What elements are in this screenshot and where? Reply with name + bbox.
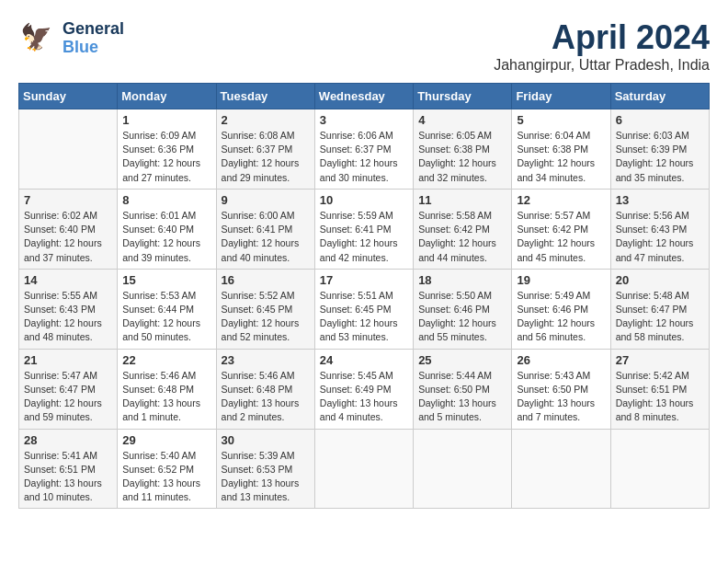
weekday-header-sunday: Sunday [19, 84, 118, 109]
day-number: 12 [517, 193, 605, 207]
calendar-week-4: 21Sunrise: 5:47 AM Sunset: 6:47 PM Dayli… [19, 349, 710, 429]
month-title: April 2024 [494, 18, 710, 57]
day-number: 27 [616, 353, 704, 367]
day-info: Sunrise: 5:40 AM Sunset: 6:52 PM Dayligh… [122, 449, 210, 505]
calendar-cell: 6Sunrise: 6:03 AM Sunset: 6:39 PM Daylig… [610, 109, 709, 190]
day-info: Sunrise: 5:47 AM Sunset: 6:47 PM Dayligh… [24, 369, 112, 425]
day-number: 9 [222, 193, 310, 207]
calendar-cell: 13Sunrise: 5:56 AM Sunset: 6:43 PM Dayli… [610, 189, 709, 269]
calendar-body: 1Sunrise: 6:09 AM Sunset: 6:36 PM Daylig… [19, 109, 710, 509]
day-info: Sunrise: 5:46 AM Sunset: 6:48 PM Dayligh… [122, 369, 210, 425]
calendar-cell: 16Sunrise: 5:52 AM Sunset: 6:45 PM Dayli… [216, 269, 314, 349]
calendar-week-5: 28Sunrise: 5:41 AM Sunset: 6:51 PM Dayli… [19, 429, 710, 509]
calendar-week-1: 1Sunrise: 6:09 AM Sunset: 6:36 PM Daylig… [19, 109, 710, 190]
logo: 🦅 General Blue [18, 18, 124, 59]
calendar-cell: 3Sunrise: 6:06 AM Sunset: 6:37 PM Daylig… [314, 109, 413, 190]
day-number: 23 [222, 353, 310, 367]
logo-general: General [63, 20, 124, 39]
day-info: Sunrise: 5:51 AM Sunset: 6:45 PM Dayligh… [320, 289, 408, 345]
weekday-header-saturday: Saturday [610, 84, 709, 109]
day-info: Sunrise: 5:53 AM Sunset: 6:44 PM Dayligh… [122, 289, 210, 345]
day-info: Sunrise: 5:43 AM Sunset: 6:50 PM Dayligh… [517, 369, 605, 425]
weekday-header-tuesday: Tuesday [216, 84, 314, 109]
day-info: Sunrise: 5:44 AM Sunset: 6:50 PM Dayligh… [418, 369, 506, 425]
calendar-week-3: 14Sunrise: 5:55 AM Sunset: 6:43 PM Dayli… [19, 269, 710, 349]
calendar-cell: 5Sunrise: 6:04 AM Sunset: 6:38 PM Daylig… [512, 109, 610, 190]
day-number: 11 [418, 193, 506, 207]
day-number: 24 [320, 353, 408, 367]
calendar-cell: 17Sunrise: 5:51 AM Sunset: 6:45 PM Dayli… [314, 269, 413, 349]
day-info: Sunrise: 5:49 AM Sunset: 6:46 PM Dayligh… [517, 289, 605, 345]
day-number: 10 [320, 193, 408, 207]
day-number: 1 [122, 113, 210, 127]
day-info: Sunrise: 6:00 AM Sunset: 6:41 PM Dayligh… [222, 209, 310, 265]
calendar-cell [414, 429, 512, 509]
logo-blue: Blue [63, 39, 124, 57]
calendar-cell: 2Sunrise: 6:08 AM Sunset: 6:37 PM Daylig… [216, 109, 314, 190]
day-number: 8 [122, 193, 210, 207]
calendar-cell: 24Sunrise: 5:45 AM Sunset: 6:49 PM Dayli… [314, 349, 413, 429]
calendar-cell: 23Sunrise: 5:46 AM Sunset: 6:48 PM Dayli… [216, 349, 314, 429]
day-number: 5 [517, 113, 605, 127]
logo-text: General Blue [63, 20, 124, 57]
day-info: Sunrise: 5:41 AM Sunset: 6:51 PM Dayligh… [24, 449, 112, 505]
day-number: 6 [616, 113, 704, 127]
day-number: 25 [418, 353, 506, 367]
day-number: 2 [222, 113, 310, 127]
calendar-cell: 12Sunrise: 5:57 AM Sunset: 6:42 PM Dayli… [512, 189, 610, 269]
day-info: Sunrise: 5:42 AM Sunset: 6:51 PM Dayligh… [616, 369, 704, 425]
day-number: 17 [320, 273, 408, 287]
day-info: Sunrise: 6:05 AM Sunset: 6:38 PM Dayligh… [418, 129, 506, 185]
calendar-cell: 8Sunrise: 6:01 AM Sunset: 6:40 PM Daylig… [118, 189, 216, 269]
day-info: Sunrise: 6:03 AM Sunset: 6:39 PM Dayligh… [616, 129, 704, 185]
day-info: Sunrise: 5:52 AM Sunset: 6:45 PM Dayligh… [222, 289, 310, 345]
day-number: 30 [222, 433, 310, 447]
calendar-cell: 29Sunrise: 5:40 AM Sunset: 6:52 PM Dayli… [118, 429, 216, 509]
calendar-cell: 28Sunrise: 5:41 AM Sunset: 6:51 PM Dayli… [19, 429, 118, 509]
logo-bird-icon: 🦅 [18, 18, 59, 59]
day-number: 15 [122, 273, 210, 287]
day-info: Sunrise: 5:45 AM Sunset: 6:49 PM Dayligh… [320, 369, 408, 425]
weekday-header-wednesday: Wednesday [314, 84, 413, 109]
day-info: Sunrise: 5:58 AM Sunset: 6:42 PM Dayligh… [418, 209, 506, 265]
day-info: Sunrise: 5:57 AM Sunset: 6:42 PM Dayligh… [517, 209, 605, 265]
svg-text:🦅: 🦅 [20, 22, 52, 52]
calendar-cell: 7Sunrise: 6:02 AM Sunset: 6:40 PM Daylig… [19, 189, 118, 269]
day-number: 21 [24, 353, 112, 367]
day-info: Sunrise: 5:59 AM Sunset: 6:41 PM Dayligh… [320, 209, 408, 265]
calendar-week-2: 7Sunrise: 6:02 AM Sunset: 6:40 PM Daylig… [19, 189, 710, 269]
calendar-cell: 20Sunrise: 5:48 AM Sunset: 6:47 PM Dayli… [610, 269, 709, 349]
day-number: 13 [616, 193, 704, 207]
location: Jahangirpur, Uttar Pradesh, India [494, 57, 710, 74]
day-info: Sunrise: 5:50 AM Sunset: 6:46 PM Dayligh… [418, 289, 506, 345]
calendar-cell [512, 429, 610, 509]
calendar-cell: 9Sunrise: 6:00 AM Sunset: 6:41 PM Daylig… [216, 189, 314, 269]
day-info: Sunrise: 5:56 AM Sunset: 6:43 PM Dayligh… [616, 209, 704, 265]
calendar-cell: 21Sunrise: 5:47 AM Sunset: 6:47 PM Dayli… [19, 349, 118, 429]
day-number: 14 [24, 273, 112, 287]
calendar-cell: 18Sunrise: 5:50 AM Sunset: 6:46 PM Dayli… [414, 269, 512, 349]
calendar-cell: 22Sunrise: 5:46 AM Sunset: 6:48 PM Dayli… [118, 349, 216, 429]
calendar-cell: 30Sunrise: 5:39 AM Sunset: 6:53 PM Dayli… [216, 429, 314, 509]
day-info: Sunrise: 6:08 AM Sunset: 6:37 PM Dayligh… [222, 129, 310, 185]
day-info: Sunrise: 6:04 AM Sunset: 6:38 PM Dayligh… [517, 129, 605, 185]
weekday-header-thursday: Thursday [414, 84, 512, 109]
day-number: 28 [24, 433, 112, 447]
day-number: 29 [122, 433, 210, 447]
day-info: Sunrise: 6:09 AM Sunset: 6:36 PM Dayligh… [122, 129, 210, 185]
day-number: 16 [222, 273, 310, 287]
day-info: Sunrise: 5:46 AM Sunset: 6:48 PM Dayligh… [222, 369, 310, 425]
calendar-cell: 19Sunrise: 5:49 AM Sunset: 6:46 PM Dayli… [512, 269, 610, 349]
day-number: 7 [24, 193, 112, 207]
day-number: 18 [418, 273, 506, 287]
calendar-cell: 11Sunrise: 5:58 AM Sunset: 6:42 PM Dayli… [414, 189, 512, 269]
calendar-cell: 10Sunrise: 5:59 AM Sunset: 6:41 PM Dayli… [314, 189, 413, 269]
day-info: Sunrise: 5:39 AM Sunset: 6:53 PM Dayligh… [222, 449, 310, 505]
calendar-cell: 1Sunrise: 6:09 AM Sunset: 6:36 PM Daylig… [118, 109, 216, 190]
day-number: 3 [320, 113, 408, 127]
calendar: SundayMondayTuesdayWednesdayThursdayFrid… [18, 83, 710, 509]
calendar-cell: 26Sunrise: 5:43 AM Sunset: 6:50 PM Dayli… [512, 349, 610, 429]
day-number: 4 [418, 113, 506, 127]
day-number: 26 [517, 353, 605, 367]
day-number: 22 [122, 353, 210, 367]
